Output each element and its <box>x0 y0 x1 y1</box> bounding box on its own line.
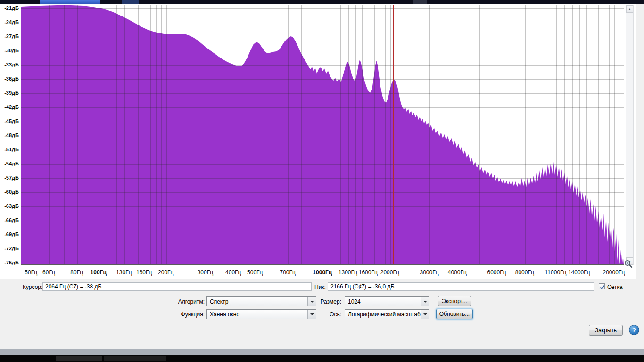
x-axis-label: 2000Гц <box>380 269 399 276</box>
peak-readout-field[interactable]: 2166 Гц (C♯7) = -36,0 дБ <box>328 282 594 291</box>
x-axis-label: 1000Гц <box>313 269 332 276</box>
taskbar-strip <box>0 355 644 362</box>
titlebar-segment <box>413 0 427 4</box>
size-value: 1024 <box>345 297 421 306</box>
x-axis-label: 500Гц <box>247 269 263 276</box>
x-axis-label: 11000Гц <box>545 269 567 276</box>
y-axis-label: -66дБ <box>0 217 19 223</box>
y-axis-label: -69дБ <box>0 231 19 237</box>
close-button[interactable]: Закрыть <box>589 325 623 336</box>
x-axis-label: 700Гц <box>280 269 295 276</box>
spectrum-svg <box>21 5 624 264</box>
frequency-analysis-window: -21дБ-24дБ-27дБ-30дБ-33дБ-36дБ-39дБ-42дБ… <box>0 0 644 362</box>
cursor-readout-field[interactable]: 2064 Гц (C7) = -38 дБ <box>42 282 312 291</box>
function-value: Ханна окно <box>207 310 307 319</box>
y-axis-label: -63дБ <box>0 203 19 209</box>
x-axis-label: 200Гц <box>158 269 173 276</box>
x-axis-label: 130Гц <box>116 269 132 276</box>
y-axis-label: -33дБ <box>0 62 19 67</box>
function-combobox[interactable]: Ханна окно <box>206 309 316 319</box>
controls-panel: Курсор: 2064 Гц (C7) = -38 дБ Пик: 2166 … <box>0 279 644 349</box>
titlebar-strip <box>0 0 644 4</box>
zoom-magnifier-icon[interactable] <box>624 259 633 269</box>
titlebar-segment <box>122 0 139 4</box>
x-axis-label: 6000Гц <box>487 269 506 276</box>
x-axis-label: 400Гц <box>225 269 241 276</box>
export-button[interactable]: Экспорт... <box>438 296 471 306</box>
x-axis-label: 60Гц <box>42 269 55 276</box>
scroll-up-button[interactable]: ▲ <box>626 5 633 13</box>
y-axis-label: -51дБ <box>0 147 19 152</box>
spectrum-area <box>21 5 624 264</box>
axis-value: Логарифмический масштаб <box>345 310 421 319</box>
cursor-label: Курсор: <box>23 284 42 290</box>
x-axis-label: 8000Гц <box>515 269 534 276</box>
grid-checkbox[interactable] <box>599 283 605 289</box>
y-axis-label: -27дБ <box>0 33 19 39</box>
y-axis-label: -30дБ <box>0 48 19 53</box>
y-axis-label: -42дБ <box>0 104 19 110</box>
vertical-scrollbar[interactable]: ▲ ▼ <box>626 5 634 265</box>
axis-label: Ось: <box>305 311 341 318</box>
y-axis-label: -60дБ <box>0 189 19 195</box>
algorithm-value: Спектр <box>207 297 307 306</box>
window-bottom-edge <box>0 349 644 355</box>
arrow-up-icon: ▲ <box>628 8 631 11</box>
function-label: Функция: <box>160 311 205 318</box>
x-axis-label: 14000Гц <box>568 269 590 276</box>
plot-region: -21дБ-24дБ-27дБ-30дБ-33дБ-36дБ-39дБ-42дБ… <box>0 4 636 279</box>
x-axis-label: 20000Гц <box>603 269 625 276</box>
x-axis-label: 1600Гц <box>359 269 378 276</box>
x-axis-label: 80Гц <box>70 269 83 276</box>
y-axis-label: -75дБ <box>0 260 19 265</box>
y-axis-label: -57дБ <box>0 175 19 181</box>
replot-button[interactable]: Обновить... <box>436 309 473 319</box>
chevron-down-icon[interactable] <box>421 310 429 319</box>
y-axis-label: -72дБ <box>0 246 19 251</box>
peak-label: Пик: <box>314 284 326 290</box>
y-axis-label: -21дБ <box>0 5 19 11</box>
x-axis-label: 100Гц <box>91 269 107 276</box>
grid-checkbox-label: Сетка <box>607 284 623 290</box>
x-axis-label: 4000Гц <box>448 269 467 276</box>
chevron-down-icon[interactable] <box>421 297 429 306</box>
x-axis-label: 1300Гц <box>339 269 357 276</box>
x-axis-label: 160Гц <box>136 269 152 276</box>
y-axis-label: -48дБ <box>0 132 19 138</box>
taskbar-item <box>104 356 166 361</box>
axis-combobox[interactable]: Логарифмический масштаб <box>345 309 429 319</box>
y-axis-label: -24дБ <box>0 19 19 25</box>
taskbar-item <box>56 356 102 361</box>
x-axis-label: 300Гц <box>198 269 213 276</box>
size-combobox[interactable]: 1024 <box>345 296 429 306</box>
algorithm-combobox[interactable]: Спектр <box>206 296 316 306</box>
x-axis-label: 50Гц <box>25 269 37 276</box>
y-axis-label: -45дБ <box>0 118 19 124</box>
y-axis-label: -54дБ <box>0 161 19 166</box>
x-axis: 50Гц60Гц80Гц100Гц130Гц160Гц200Гц300Гц400… <box>21 268 624 278</box>
size-label: Размер: <box>305 298 341 305</box>
y-axis-label: -36дБ <box>0 76 19 82</box>
y-axis-label: -39дБ <box>0 90 19 96</box>
spectrum-plot[interactable] <box>21 5 624 265</box>
help-button[interactable]: ? <box>629 325 639 335</box>
y-axis: -21дБ-24дБ-27дБ-30дБ-33дБ-36дБ-39дБ-42дБ… <box>0 4 20 279</box>
titlebar-highlight <box>40 0 100 4</box>
x-axis-label: 3000Гц <box>420 269 438 276</box>
check-icon <box>599 284 605 290</box>
algorithm-label: Алгоритм: <box>160 298 205 305</box>
